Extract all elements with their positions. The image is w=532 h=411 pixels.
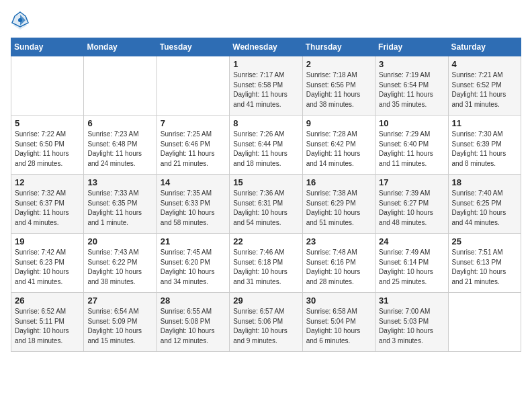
day-info: Sunrise: 7:19 AM Sunset: 6:54 PM Dayligh… bbox=[379, 71, 444, 109]
calendar-week-3: 12Sunrise: 7:32 AM Sunset: 6:37 PM Dayli… bbox=[11, 175, 521, 234]
calendar-cell: 31Sunrise: 7:00 AM Sunset: 5:03 PM Dayli… bbox=[375, 293, 448, 352]
calendar-cell: 26Sunrise: 6:52 AM Sunset: 5:11 PM Dayli… bbox=[11, 293, 84, 352]
day-info: Sunrise: 7:28 AM Sunset: 6:42 PM Dayligh… bbox=[306, 130, 371, 169]
day-number: 8 bbox=[233, 118, 298, 128]
day-info: Sunrise: 7:45 AM Sunset: 6:20 PM Dayligh… bbox=[161, 248, 226, 287]
day-number: 28 bbox=[161, 295, 226, 306]
day-info: Sunrise: 7:29 AM Sunset: 6:40 PM Dayligh… bbox=[379, 130, 444, 169]
calendar-cell: 3Sunrise: 7:19 AM Sunset: 6:54 PM Daylig… bbox=[375, 56, 448, 116]
calendar-cell: 11Sunrise: 7:30 AM Sunset: 6:39 PM Dayli… bbox=[448, 116, 521, 175]
calendar-cell: 2Sunrise: 7:18 AM Sunset: 6:56 PM Daylig… bbox=[302, 56, 375, 116]
calendar-cell bbox=[448, 293, 521, 352]
day-number: 31 bbox=[379, 295, 444, 306]
day-number: 12 bbox=[15, 177, 80, 187]
day-info: Sunrise: 7:00 AM Sunset: 5:03 PM Dayligh… bbox=[379, 307, 444, 346]
day-number: 19 bbox=[15, 236, 80, 246]
day-number: 26 bbox=[15, 295, 80, 306]
logo-icon bbox=[11, 11, 30, 30]
day-info: Sunrise: 7:25 AM Sunset: 6:46 PM Dayligh… bbox=[161, 130, 226, 169]
day-number: 4 bbox=[452, 59, 517, 69]
calendar-cell bbox=[11, 56, 84, 116]
calendar-cell: 21Sunrise: 7:45 AM Sunset: 6:20 PM Dayli… bbox=[157, 234, 229, 293]
day-info: Sunrise: 7:26 AM Sunset: 6:44 PM Dayligh… bbox=[233, 130, 298, 169]
day-number: 6 bbox=[87, 118, 152, 128]
day-info: Sunrise: 7:17 AM Sunset: 6:58 PM Dayligh… bbox=[233, 71, 298, 109]
weekday-header-row: SundayMondayTuesdayWednesdayThursdayFrid… bbox=[11, 38, 521, 56]
calendar-header: SundayMondayTuesdayWednesdayThursdayFrid… bbox=[11, 38, 521, 56]
calendar-cell bbox=[157, 56, 229, 116]
calendar-cell: 25Sunrise: 7:51 AM Sunset: 6:13 PM Dayli… bbox=[448, 234, 521, 293]
calendar-cell bbox=[84, 56, 157, 116]
day-info: Sunrise: 7:32 AM Sunset: 6:37 PM Dayligh… bbox=[15, 189, 80, 228]
day-info: Sunrise: 7:21 AM Sunset: 6:52 PM Dayligh… bbox=[452, 71, 517, 109]
day-number: 22 bbox=[233, 236, 298, 246]
calendar-cell: 5Sunrise: 7:22 AM Sunset: 6:50 PM Daylig… bbox=[11, 116, 84, 175]
day-number: 17 bbox=[379, 177, 444, 187]
day-info: Sunrise: 7:33 AM Sunset: 6:35 PM Dayligh… bbox=[87, 189, 152, 228]
day-info: Sunrise: 7:46 AM Sunset: 6:18 PM Dayligh… bbox=[233, 248, 298, 287]
calendar-cell: 9Sunrise: 7:28 AM Sunset: 6:42 PM Daylig… bbox=[302, 116, 375, 175]
day-number: 2 bbox=[306, 59, 371, 69]
day-info: Sunrise: 6:52 AM Sunset: 5:11 PM Dayligh… bbox=[15, 307, 80, 346]
day-info: Sunrise: 6:58 AM Sunset: 5:04 PM Dayligh… bbox=[306, 307, 371, 346]
day-info: Sunrise: 7:42 AM Sunset: 6:23 PM Dayligh… bbox=[15, 248, 80, 287]
calendar-cell: 7Sunrise: 7:25 AM Sunset: 6:46 PM Daylig… bbox=[157, 116, 229, 175]
calendar-cell: 1Sunrise: 7:17 AM Sunset: 6:58 PM Daylig… bbox=[230, 56, 302, 116]
day-info: Sunrise: 7:35 AM Sunset: 6:33 PM Dayligh… bbox=[161, 189, 226, 228]
day-info: Sunrise: 7:38 AM Sunset: 6:29 PM Dayligh… bbox=[306, 189, 371, 228]
day-number: 23 bbox=[306, 236, 371, 246]
weekday-header-wednesday: Wednesday bbox=[230, 38, 302, 56]
day-number: 5 bbox=[15, 118, 80, 128]
day-number: 10 bbox=[379, 118, 444, 128]
weekday-header-sunday: Sunday bbox=[11, 38, 84, 56]
day-info: Sunrise: 7:39 AM Sunset: 6:27 PM Dayligh… bbox=[379, 189, 444, 228]
weekday-header-friday: Friday bbox=[375, 38, 448, 56]
day-info: Sunrise: 6:54 AM Sunset: 5:09 PM Dayligh… bbox=[87, 307, 152, 346]
calendar-cell: 19Sunrise: 7:42 AM Sunset: 6:23 PM Dayli… bbox=[11, 234, 84, 293]
calendar-cell: 22Sunrise: 7:46 AM Sunset: 6:18 PM Dayli… bbox=[230, 234, 302, 293]
calendar-cell: 17Sunrise: 7:39 AM Sunset: 6:27 PM Dayli… bbox=[375, 175, 448, 234]
calendar-week-1: 1Sunrise: 7:17 AM Sunset: 6:58 PM Daylig… bbox=[11, 56, 521, 116]
day-number: 27 bbox=[87, 295, 152, 306]
day-number: 24 bbox=[379, 236, 444, 246]
calendar-cell: 12Sunrise: 7:32 AM Sunset: 6:37 PM Dayli… bbox=[11, 175, 84, 234]
calendar-cell: 23Sunrise: 7:48 AM Sunset: 6:16 PM Dayli… bbox=[302, 234, 375, 293]
logo bbox=[11, 11, 32, 30]
day-number: 21 bbox=[161, 236, 226, 246]
day-number: 3 bbox=[379, 59, 444, 69]
calendar-cell: 15Sunrise: 7:36 AM Sunset: 6:31 PM Dayli… bbox=[230, 175, 302, 234]
day-info: Sunrise: 7:43 AM Sunset: 6:22 PM Dayligh… bbox=[87, 248, 152, 287]
calendar-cell: 28Sunrise: 6:55 AM Sunset: 5:08 PM Dayli… bbox=[157, 293, 229, 352]
calendar-cell: 18Sunrise: 7:40 AM Sunset: 6:25 PM Dayli… bbox=[448, 175, 521, 234]
day-info: Sunrise: 7:23 AM Sunset: 6:48 PM Dayligh… bbox=[87, 130, 152, 169]
day-info: Sunrise: 7:36 AM Sunset: 6:31 PM Dayligh… bbox=[233, 189, 298, 228]
day-info: Sunrise: 6:57 AM Sunset: 5:06 PM Dayligh… bbox=[233, 307, 298, 346]
day-info: Sunrise: 7:30 AM Sunset: 6:39 PM Dayligh… bbox=[452, 130, 517, 169]
day-number: 7 bbox=[161, 118, 226, 128]
day-info: Sunrise: 7:22 AM Sunset: 6:50 PM Dayligh… bbox=[15, 130, 80, 169]
weekday-header-thursday: Thursday bbox=[302, 38, 375, 56]
calendar-cell: 16Sunrise: 7:38 AM Sunset: 6:29 PM Dayli… bbox=[302, 175, 375, 234]
day-info: Sunrise: 7:49 AM Sunset: 6:14 PM Dayligh… bbox=[379, 248, 444, 287]
day-number: 18 bbox=[452, 177, 517, 187]
calendar-table: SundayMondayTuesdayWednesdayThursdayFrid… bbox=[11, 38, 521, 352]
svg-point-2 bbox=[18, 18, 22, 22]
calendar-cell: 13Sunrise: 7:33 AM Sunset: 6:35 PM Dayli… bbox=[84, 175, 157, 234]
day-number: 9 bbox=[306, 118, 371, 128]
calendar-cell: 6Sunrise: 7:23 AM Sunset: 6:48 PM Daylig… bbox=[84, 116, 157, 175]
day-number: 20 bbox=[87, 236, 152, 246]
calendar-cell: 8Sunrise: 7:26 AM Sunset: 6:44 PM Daylig… bbox=[230, 116, 302, 175]
calendar-cell: 4Sunrise: 7:21 AM Sunset: 6:52 PM Daylig… bbox=[448, 56, 521, 116]
calendar-cell: 14Sunrise: 7:35 AM Sunset: 6:33 PM Dayli… bbox=[157, 175, 229, 234]
calendar-week-2: 5Sunrise: 7:22 AM Sunset: 6:50 PM Daylig… bbox=[11, 116, 521, 175]
day-info: Sunrise: 7:40 AM Sunset: 6:25 PM Dayligh… bbox=[452, 189, 517, 228]
calendar-cell: 30Sunrise: 6:58 AM Sunset: 5:04 PM Dayli… bbox=[302, 293, 375, 352]
day-number: 13 bbox=[87, 177, 152, 187]
day-number: 15 bbox=[233, 177, 298, 187]
page-header bbox=[11, 11, 521, 30]
calendar-body: 1Sunrise: 7:17 AM Sunset: 6:58 PM Daylig… bbox=[11, 56, 521, 352]
calendar-cell: 20Sunrise: 7:43 AM Sunset: 6:22 PM Dayli… bbox=[84, 234, 157, 293]
day-info: Sunrise: 6:55 AM Sunset: 5:08 PM Dayligh… bbox=[161, 307, 226, 346]
day-number: 29 bbox=[233, 295, 298, 306]
calendar-cell: 29Sunrise: 6:57 AM Sunset: 5:06 PM Dayli… bbox=[230, 293, 302, 352]
